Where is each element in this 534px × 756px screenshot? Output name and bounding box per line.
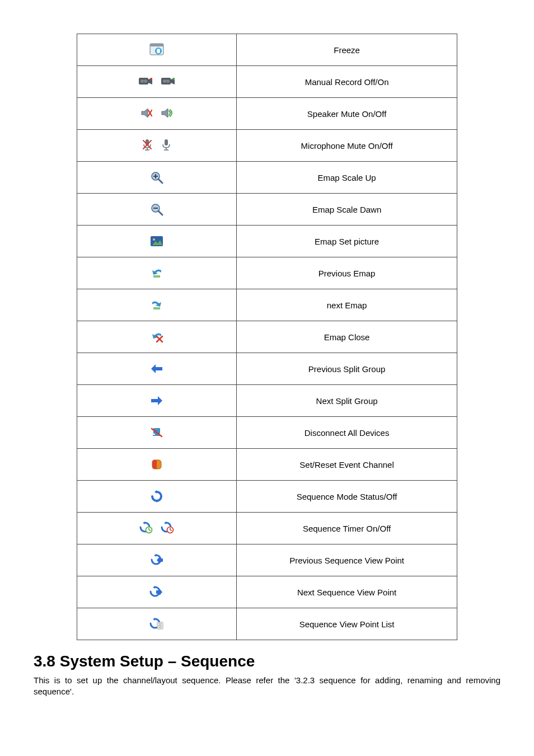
sequence-prev-icon [149,554,164,566]
table-row: Previous Emap [77,257,457,289]
svg-rect-5 [157,49,158,53]
icon-cell [77,544,237,576]
svg-line-54 [149,530,151,530]
svg-point-16 [172,78,175,80]
label-cell: Next Split Group [237,385,457,417]
label-cell: Next Sequence View Point [237,576,457,608]
label-cell: Emap Close [237,321,457,353]
svg-rect-26 [165,139,168,145]
speaker-on-icon [161,107,173,119]
label-cell: Previous Split Group [237,353,457,385]
sequence-timer-off-icon [161,522,174,534]
record-on-icon [161,76,175,86]
table-row: next Emap [77,289,457,321]
icon-cell [77,576,237,608]
label-cell: Previous Emap [237,257,457,289]
picture-icon [150,236,163,247]
svg-point-14 [166,79,170,83]
arrow-left-icon [150,363,163,374]
table-row: Sequence View Point List [77,608,457,640]
table-row: Microphone Mute On/Off [77,130,457,162]
icon-cell [77,162,237,194]
table-row: Previous Sequence View Point [77,544,457,576]
table-row: Emap Scale Dawn [77,194,457,226]
svg-point-11 [150,78,152,80]
icon-cell [77,66,237,98]
table-row: Emap Scale Up [77,162,457,194]
svg-marker-17 [142,109,148,118]
disconnect-icon [150,427,163,438]
svg-line-58 [170,530,172,530]
label-cell: Freeze [237,34,457,66]
table-row: Disconnect All Devices [77,417,457,449]
table-row: Speaker Mute On/Off [77,98,457,130]
emap-close-icon [150,331,163,343]
svg-rect-6 [159,49,161,53]
section-body: This is to set up the channel/layout seq… [34,675,500,698]
section-heading: 3.8 System Setup – Sequence [34,652,500,670]
icon-legend-table: Freeze [77,34,457,640]
sequence-list-icon [149,618,164,630]
svg-marker-44 [151,396,162,405]
sequence-next-icon [149,586,164,598]
svg-rect-40 [153,307,160,309]
icon-cell [77,194,237,226]
label-cell: Sequence View Point List [237,608,457,640]
svg-rect-1 [150,44,163,46]
table-row: Sequence Timer On/Off [77,513,457,544]
svg-point-37 [153,238,155,241]
zoom-in-icon [150,171,163,184]
table-row: Next Sequence View Point [77,576,457,608]
label-cell: Previous Sequence View Point [237,544,457,576]
table-row: Previous Split Group [77,353,457,385]
icon-cell [77,481,237,513]
icon-cell [77,513,237,544]
icon-cell [77,34,237,66]
icon-cell [77,385,237,417]
label-cell: Sequence Mode Status/Off [237,481,457,513]
label-cell: Emap Scale Dawn [237,194,457,226]
icon-cell [77,130,237,162]
icon-cell [77,353,237,385]
label-cell: next Emap [237,289,457,321]
icon-cell [77,608,237,640]
mic-mute-icon [142,139,153,151]
sequence-timer-on-icon [139,522,153,534]
icon-cell [77,257,237,289]
page: Freeze [0,0,534,743]
svg-marker-20 [162,109,168,118]
svg-rect-39 [153,275,160,278]
icon-cell [77,449,237,481]
table-row: Freeze [77,34,457,66]
svg-line-32 [158,179,162,183]
record-off-icon [138,76,153,86]
mic-on-icon [161,139,172,151]
table-row: Manual Record Off/On [77,66,457,98]
svg-point-9 [144,79,147,83]
svg-marker-43 [151,364,162,373]
icon-cell [77,417,237,449]
freeze-icon [149,43,164,55]
label-cell: Set/Reset Event Channel [237,449,457,481]
icon-cell [77,321,237,353]
sequence-status-icon [151,490,163,503]
arrow-right-icon [150,395,163,406]
next-emap-icon [150,299,163,311]
svg-marker-51 [143,522,145,524]
label-cell: Speaker Mute On/Off [237,98,457,130]
svg-point-13 [163,79,166,83]
svg-line-35 [158,211,162,215]
prev-emap-icon [150,267,163,279]
label-cell: Emap Set picture [237,226,457,257]
table-row: Next Split Group [77,385,457,417]
label-cell: Manual Record Off/On [237,66,457,98]
zoom-out-icon [150,203,163,216]
svg-marker-63 [153,618,155,621]
svg-point-8 [140,79,144,83]
table-row: Emap Set picture [77,226,457,257]
table-row: Set/Reset Event Channel [77,449,457,481]
event-channel-icon [151,458,163,471]
icon-cell [77,289,237,321]
icon-cell [77,226,237,257]
table-row: Sequence Mode Status/Off [77,481,457,513]
